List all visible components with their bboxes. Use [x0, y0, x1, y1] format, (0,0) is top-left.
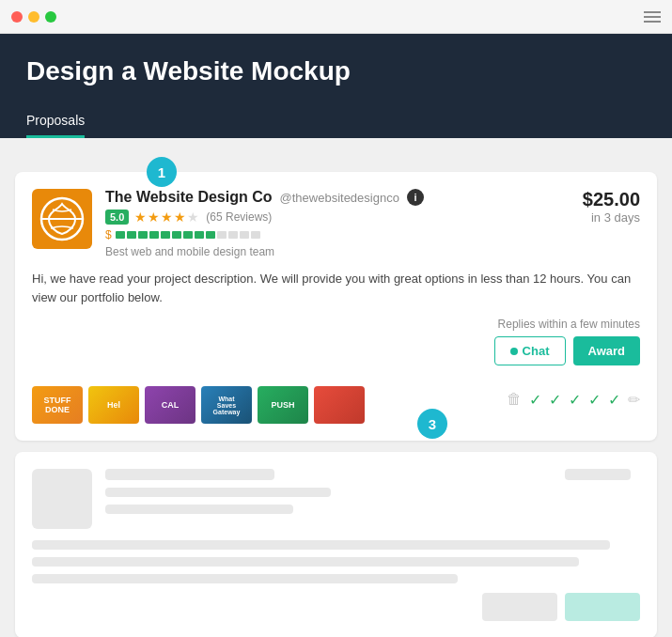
price: $25.00: [583, 189, 640, 210]
icon-toolbar: 🗑 ✓ ✓ ✓ ✓ ✓ ✏: [507, 391, 640, 409]
main-content: 1 The Website Design Co @thewebsitedesig…: [0, 138, 672, 637]
tagline: Best web and mobile design team: [105, 245, 570, 258]
level-bars: [116, 231, 260, 239]
stars: ★★★★★: [134, 210, 200, 225]
skeleton-price: [565, 469, 640, 529]
price-sub: in 3 days: [583, 210, 640, 225]
bar-7: [183, 231, 193, 239]
proposal-description: Hi, we have read your project descriptio…: [32, 270, 640, 306]
bar-13: [251, 231, 260, 239]
check-icon-4[interactable]: ✓: [588, 391, 601, 409]
delete-icon[interactable]: 🗑: [507, 391, 522, 408]
skeleton-desc-3: [32, 574, 458, 583]
portfolio-thumb-5[interactable]: PUSH: [258, 386, 308, 424]
step-badge-1: 1: [147, 157, 177, 187]
skeleton-line-1: [105, 469, 274, 480]
bar-12: [240, 231, 249, 239]
skeleton-desc-2: [32, 557, 579, 567]
bar-11: [228, 231, 238, 239]
freelancer-name: The Website Design Co: [105, 189, 273, 206]
portfolio-thumb-4[interactable]: WhatSavesGateway: [201, 386, 252, 424]
btn-group: Chat Award: [494, 336, 640, 365]
bar-5: [161, 231, 170, 239]
rating-row: 5.0 ★★★★★ (65 Reviews): [105, 210, 570, 225]
bar-9: [206, 231, 215, 239]
page-title: Design a Website Mockup: [26, 56, 646, 86]
level-icon: $: [105, 228, 112, 241]
avatar: [32, 189, 92, 249]
bar-4: [149, 231, 159, 239]
bar-1: [116, 231, 125, 239]
minimize-button[interactable]: [28, 11, 39, 23]
edit-icon[interactable]: ✏: [628, 391, 640, 409]
proposal-card-1: 1 The Website Design Co @thewebsitedesig…: [15, 172, 657, 441]
check-icon-5[interactable]: ✓: [608, 391, 620, 409]
skeleton-line-2: [105, 488, 331, 497]
skeleton-desc-1: [32, 540, 610, 550]
freelancer-info: The Website Design Co @thewebsitedesignc…: [105, 189, 570, 258]
portfolio-row: STUFFDONE Hel CAL WhatSavesGateway PUSH …: [32, 386, 365, 424]
skeleton-btn-1: [482, 593, 557, 621]
check-icon-3[interactable]: ✓: [569, 391, 581, 409]
info-icon[interactable]: i: [407, 189, 424, 206]
close-button[interactable]: [11, 11, 23, 23]
chat-label: Chat: [523, 344, 550, 358]
portfolio-thumb-2[interactable]: Hel: [88, 386, 139, 424]
award-button[interactable]: Award: [573, 336, 641, 365]
actions-row: Replies within a few minutes Chat Award: [32, 318, 640, 365]
titlebar: [0, 0, 672, 34]
skeleton-top: [32, 469, 640, 529]
portfolio-thumb-3[interactable]: CAL: [145, 386, 195, 424]
skeleton-card: [15, 452, 657, 637]
page-header: Design a Website Mockup Proposals: [0, 34, 672, 138]
bar-10: [217, 231, 227, 239]
check-icon-1[interactable]: ✓: [529, 391, 541, 409]
rating-badge: 5.0: [105, 210, 129, 225]
portfolio-thumb-1[interactable]: STUFFDONE: [32, 386, 83, 424]
maximize-button[interactable]: [45, 11, 56, 23]
skeleton-price-line: [565, 469, 631, 480]
price-block: 2 $25.00 in 3 days: [583, 189, 640, 225]
name-row: The Website Design Co @thewebsitedesignc…: [105, 189, 570, 206]
card-top: The Website Design Co @thewebsitedesignc…: [32, 189, 640, 258]
chat-button[interactable]: Chat: [494, 336, 566, 365]
tabs-bar: Proposals: [26, 105, 646, 138]
check-icon-2[interactable]: ✓: [549, 391, 561, 409]
skeleton-btn-2: [565, 593, 640, 621]
step-badge-3: 3: [417, 409, 447, 439]
review-count: (65 Reviews): [206, 210, 272, 224]
freelancer-handle: @thewebsitedesignco: [280, 191, 399, 205]
bar-2: [127, 231, 136, 239]
skeleton-info: [105, 469, 552, 529]
chat-online-dot: [510, 348, 518, 355]
hamburger-menu[interactable]: [644, 11, 661, 23]
skeleton-avatar: [32, 469, 92, 529]
bar-8: [195, 231, 204, 239]
tab-proposals[interactable]: Proposals: [26, 105, 85, 138]
skeleton-line-3: [105, 505, 293, 514]
portfolio-thumb-6[interactable]: [314, 386, 365, 424]
window-controls: [11, 11, 56, 23]
bar-6: [172, 231, 181, 239]
reply-time: Replies within a few minutes: [498, 318, 640, 331]
bar-3: [138, 231, 148, 239]
level-row: $: [105, 228, 570, 241]
